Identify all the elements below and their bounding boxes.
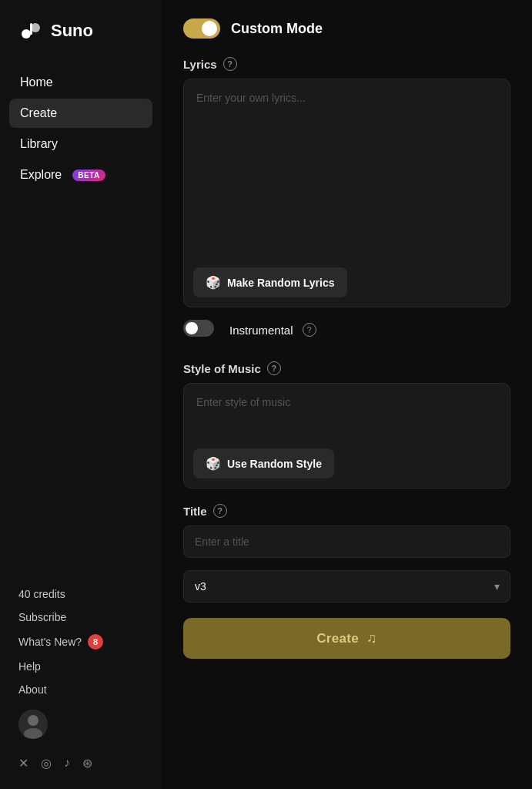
- help-label: Help: [18, 660, 41, 673]
- instrumental-help-icon[interactable]: ?: [303, 323, 316, 337]
- credits-label: 40 credits: [18, 588, 65, 600]
- custom-mode-toggle[interactable]: [183, 18, 220, 39]
- use-random-style-label: Use Random Style: [227, 458, 322, 470]
- title-section: Title ?: [183, 504, 510, 570]
- lyrics-label: Lyrics: [183, 58, 217, 71]
- lyrics-section: Lyrics ? 🎲 Make Random Lyrics: [183, 57, 510, 307]
- title-help-icon[interactable]: ?: [213, 504, 227, 518]
- sidebar-item-library[interactable]: Library: [9, 129, 152, 159]
- style-of-music-section: Style of Music ? 🎲 Use Random Style: [183, 361, 510, 489]
- make-random-lyrics-label: Make Random Lyrics: [227, 277, 335, 289]
- lyrics-textarea[interactable]: [184, 79, 510, 264]
- nav-list: Home Create Library Explore BETA: [0, 68, 162, 190]
- sidebar-item-label-explore: Explore: [20, 168, 62, 182]
- instrumental-toggle[interactable]: [183, 320, 220, 340]
- svg-rect-2: [30, 23, 32, 35]
- avatar[interactable]: [18, 710, 48, 739]
- discord-icon[interactable]: ⊛: [82, 756, 92, 771]
- instrumental-toggle-thumb: [186, 322, 198, 334]
- subscribe-label: Subscribe: [18, 611, 66, 623]
- credits-item: 40 credits: [18, 588, 143, 600]
- logo-area: Suno: [0, 18, 162, 68]
- instrumental-toggle-track: [183, 320, 214, 337]
- about-label: About: [18, 683, 47, 696]
- music-note-icon: ♫: [366, 630, 377, 646]
- sidebar-item-create[interactable]: Create: [9, 99, 152, 128]
- style-of-music-label-row: Style of Music ?: [183, 361, 510, 375]
- version-select-container: v3 v2 v1 ▾: [183, 570, 510, 603]
- style-of-music-label: Style of Music: [183, 362, 261, 375]
- use-random-style-button[interactable]: 🎲 Use Random Style: [193, 448, 334, 478]
- create-label: Create: [316, 631, 359, 646]
- style-dice-icon: 🎲: [206, 456, 221, 471]
- tiktok-icon[interactable]: ♪: [64, 756, 70, 771]
- lyrics-help-icon[interactable]: ?: [223, 57, 237, 71]
- whats-new-item[interactable]: What's New? 8: [18, 634, 143, 650]
- sidebar-item-label-create: Create: [20, 106, 57, 120]
- sidebar-item-explore[interactable]: Explore BETA: [9, 160, 152, 190]
- title-label-row: Title ?: [183, 504, 510, 518]
- suno-logo-icon: [18, 18, 43, 43]
- style-textarea[interactable]: [184, 384, 510, 445]
- style-input-container: 🎲 Use Random Style: [183, 383, 510, 489]
- custom-mode-toggle-track: [183, 18, 220, 39]
- beta-badge: BETA: [72, 170, 105, 181]
- instrumental-row: Instrumental ?: [183, 320, 510, 340]
- about-item[interactable]: About: [18, 683, 143, 696]
- sidebar-bottom: 40 credits Subscribe What's New? 8 Help …: [0, 588, 162, 771]
- title-label: Title: [183, 505, 207, 518]
- custom-mode-row: Custom Mode: [183, 18, 510, 39]
- version-select[interactable]: v3 v2 v1: [183, 570, 510, 603]
- svg-point-4: [28, 715, 38, 726]
- help-item[interactable]: Help: [18, 660, 143, 673]
- sidebar: Suno Home Create Library Explore BETA 40…: [0, 0, 162, 789]
- whats-new-label: What's New?: [18, 636, 82, 648]
- title-input[interactable]: [183, 525, 510, 558]
- sidebar-item-label-home: Home: [20, 76, 53, 89]
- custom-mode-toggle-thumb: [202, 21, 217, 36]
- create-button[interactable]: Create ♫: [183, 618, 510, 659]
- make-random-lyrics-button[interactable]: 🎲 Make Random Lyrics: [193, 267, 347, 297]
- style-of-music-help-icon[interactable]: ?: [267, 361, 281, 375]
- avatar-image: [18, 710, 48, 739]
- subscribe-item[interactable]: Subscribe: [18, 611, 143, 623]
- svg-point-0: [22, 29, 31, 39]
- dice-icon: 🎲: [206, 275, 221, 290]
- lyrics-input-container: 🎲 Make Random Lyrics: [183, 79, 510, 307]
- custom-mode-label: Custom Mode: [231, 21, 323, 37]
- logo-text: Suno: [51, 21, 93, 41]
- social-icons-row: ✕ ◎ ♪ ⊛: [18, 756, 143, 771]
- lyrics-label-row: Lyrics ?: [183, 57, 510, 71]
- whats-new-badge: 8: [88, 634, 103, 650]
- sidebar-item-label-library: Library: [20, 137, 58, 151]
- instagram-icon[interactable]: ◎: [41, 756, 52, 771]
- sidebar-item-home[interactable]: Home: [9, 68, 152, 97]
- x-icon[interactable]: ✕: [18, 756, 28, 771]
- instrumental-label: Instrumental: [229, 324, 293, 337]
- main-content: Custom Mode Lyrics ? 🎲 Make Random Lyric…: [162, 0, 532, 789]
